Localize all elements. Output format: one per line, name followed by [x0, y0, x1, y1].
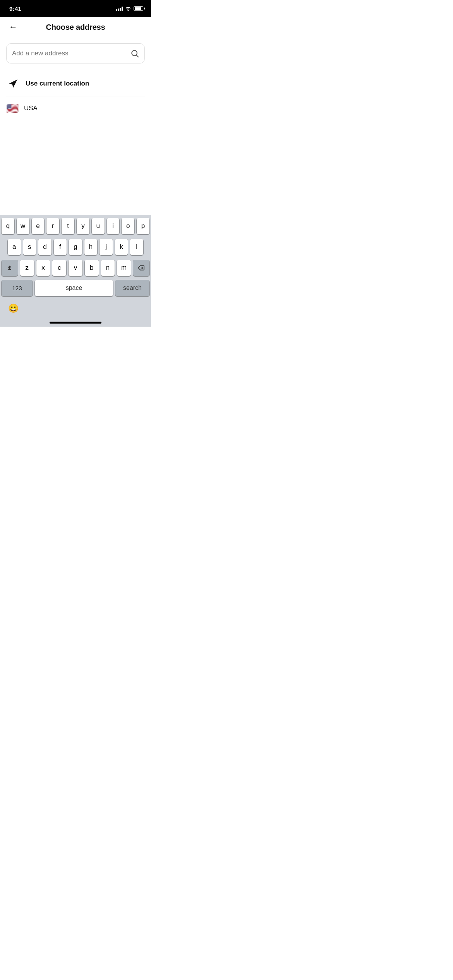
keyboard: q w e r t y u i o p a s d f g h j k l z …	[0, 215, 151, 327]
key-z[interactable]: z	[20, 260, 34, 276]
key-m[interactable]: m	[117, 260, 131, 276]
key-t[interactable]: t	[62, 218, 74, 234]
key-u[interactable]: u	[92, 218, 105, 234]
page-title: Choose address	[46, 23, 105, 32]
key-d[interactable]: d	[38, 239, 51, 255]
country-label: USA	[24, 105, 38, 112]
key-f[interactable]: f	[54, 239, 67, 255]
key-h[interactable]: h	[84, 239, 98, 255]
use-current-location-option[interactable]: Use current location	[6, 71, 145, 96]
status-time: 9:41	[9, 5, 21, 12]
search-key[interactable]: search	[115, 280, 149, 296]
wifi-icon	[125, 6, 131, 11]
key-y[interactable]: y	[77, 218, 89, 234]
signal-icon	[116, 6, 123, 11]
home-indicator	[0, 322, 151, 327]
key-v[interactable]: v	[69, 260, 82, 276]
num-key[interactable]: 123	[2, 280, 33, 296]
key-l[interactable]: l	[130, 239, 143, 255]
back-button[interactable]: ←	[6, 20, 20, 34]
svg-rect-3	[8, 269, 11, 270]
location-arrow-icon	[8, 79, 18, 89]
content-area: Use current location 🇺🇸 USA	[0, 37, 151, 120]
key-o[interactable]: o	[122, 218, 134, 234]
key-s[interactable]: s	[23, 239, 36, 255]
status-icons	[116, 6, 143, 11]
flag-icon: 🇺🇸	[6, 103, 19, 113]
location-label: Use current location	[26, 80, 89, 87]
key-x[interactable]: x	[36, 260, 50, 276]
key-p[interactable]: p	[137, 218, 149, 234]
svg-line-1	[136, 55, 138, 57]
status-bar: 9:41	[0, 0, 151, 17]
keyboard-row-3: z x c v b n m	[0, 257, 151, 278]
keyboard-row-2: a s d f g h j k l	[0, 236, 151, 257]
key-k[interactable]: k	[115, 239, 128, 255]
key-b[interactable]: b	[85, 260, 99, 276]
address-search-field[interactable]	[6, 43, 145, 63]
key-a[interactable]: a	[8, 239, 21, 255]
emoji-row: 😀	[0, 299, 151, 322]
shift-key[interactable]	[2, 260, 18, 276]
search-button[interactable]	[130, 49, 139, 58]
key-c[interactable]: c	[52, 260, 66, 276]
key-e[interactable]: e	[32, 218, 45, 234]
home-bar	[50, 322, 101, 324]
nav-header: ← Choose address	[0, 17, 151, 37]
key-w[interactable]: w	[17, 218, 29, 234]
key-g[interactable]: g	[69, 239, 82, 255]
keyboard-row-4: 123 space search	[0, 278, 151, 299]
key-n[interactable]: n	[101, 260, 115, 276]
location-icon-wrap	[6, 77, 20, 91]
key-r[interactable]: r	[46, 218, 59, 234]
backspace-key[interactable]	[133, 260, 149, 276]
battery-icon	[134, 6, 143, 11]
key-i[interactable]: i	[107, 218, 120, 234]
country-option[interactable]: 🇺🇸 USA	[6, 96, 145, 120]
shift-icon	[6, 264, 13, 271]
key-j[interactable]: j	[100, 239, 113, 255]
address-input[interactable]	[12, 50, 130, 57]
backspace-icon	[137, 265, 145, 271]
search-icon	[130, 49, 139, 58]
emoji-button[interactable]: 😀	[6, 302, 20, 315]
keyboard-row-1: q w e r t y u i o p	[0, 215, 151, 236]
back-arrow-icon: ←	[9, 22, 17, 32]
key-q[interactable]: q	[2, 218, 14, 234]
space-key[interactable]: space	[35, 280, 113, 296]
